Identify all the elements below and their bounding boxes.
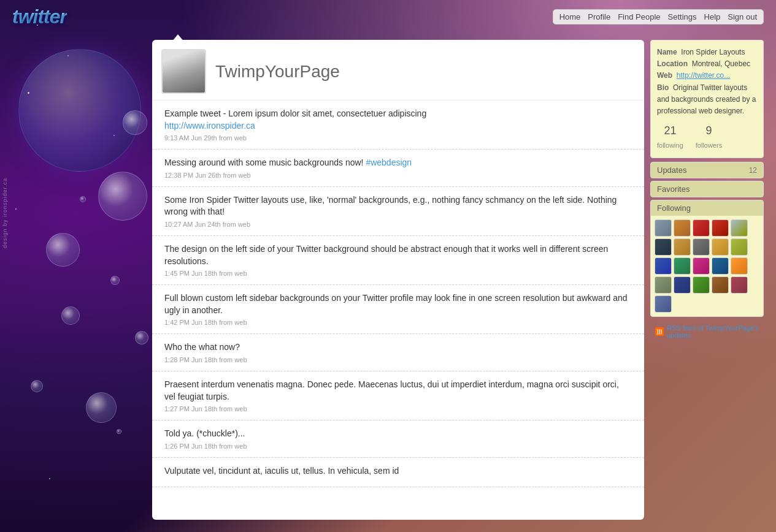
following-avatar[interactable]	[731, 257, 748, 275]
following-avatar[interactable]	[674, 219, 691, 237]
tweet-item: Some Iron Spider Twitter layouts use, li…	[152, 187, 644, 236]
avatar-image	[163, 50, 205, 93]
tweet-hashtag-2: #webdesign	[366, 158, 412, 167]
following-avatar[interactable]	[674, 238, 691, 256]
tweet-item: Who the what now? 1:28 PM Jun 18th from …	[152, 334, 644, 371]
following-avatar[interactable]	[674, 257, 691, 275]
following-label: following	[657, 142, 683, 149]
web-label: Web	[657, 71, 672, 80]
tweet-text: Who the what now?	[164, 341, 632, 354]
tweet-link-1[interactable]: http://www.ironspider.ca	[164, 121, 255, 131]
web-row: Web http://twitter.co...	[657, 70, 757, 82]
following-avatar[interactable]	[731, 276, 748, 294]
tweet-meta-3: 10:27 AM Jun 24th from web	[164, 221, 632, 228]
following-avatar[interactable]	[693, 219, 710, 237]
tweet-item: Full blown custom left sidebar backgroun…	[152, 285, 644, 334]
location-label: Location	[657, 59, 688, 68]
updates-label: Updates	[657, 165, 686, 175]
location-row: Location Montreal, Quebec	[657, 58, 757, 70]
stats-row: 21 following 9 followers	[657, 122, 757, 151]
name-value: Iron Spider Layouts	[681, 48, 745, 56]
following-header: Following	[651, 200, 763, 216]
following-avatar[interactable]	[655, 276, 672, 294]
tweets-column: TwimpYourPage Example tweet - Lorem ipsu…	[152, 40, 644, 520]
tweet-text: The design on the left side of your Twit…	[164, 243, 632, 267]
tweet-item: Messing around with some music backgroun…	[152, 150, 644, 187]
following-avatar[interactable]	[693, 276, 710, 294]
favorites-header: Favorites	[651, 181, 763, 197]
tweet-item: The design on the left side of your Twit…	[152, 236, 644, 285]
bio-value: Original Twitter layouts and backgrounds…	[657, 83, 756, 115]
pointer-triangle	[172, 34, 184, 42]
tweet-meta-5: 1:42 PM Jun 18th from web	[164, 319, 632, 326]
following-avatar[interactable]	[712, 276, 729, 294]
location-value: Montreal, Quebec	[692, 59, 750, 68]
tweet-item: Told ya. (*chuckle*)... 1:26 PM Jun 18th…	[152, 420, 644, 458]
updates-count: 12	[749, 166, 757, 175]
updates-section: Updates 12	[650, 162, 764, 178]
following-avatar[interactable]	[674, 276, 691, 294]
tweet-text: Messing around with some music backgroun…	[164, 157, 632, 169]
following-avatar[interactable]	[693, 257, 710, 275]
tweet-item: Example tweet - Lorem ipsum dolor sit am…	[152, 101, 644, 150]
following-avatar[interactable]	[712, 238, 729, 256]
nav-help[interactable]: Help	[704, 12, 721, 21]
sidebar: Name Iron Spider Layouts Location Montre…	[650, 40, 764, 520]
followers-count: 9	[696, 122, 722, 140]
following-avatar[interactable]	[655, 238, 672, 256]
nav-settings[interactable]: Settings	[668, 12, 697, 21]
favorites-label: Favorites	[657, 184, 690, 194]
followers-stat: 9 followers	[696, 122, 722, 151]
name-row: Name Iron Spider Layouts	[657, 47, 757, 58]
navigation: Home Profile Find People Settings Help S…	[553, 9, 764, 25]
nav-profile[interactable]: Profile	[588, 12, 610, 21]
web-link[interactable]: http://twitter.co...	[677, 71, 730, 80]
tweet-text: Praesent interdum venenatis magna. Donec…	[164, 379, 632, 403]
tweet-meta-6: 1:28 PM Jun 18th from web	[164, 356, 632, 363]
tweet-meta-4: 1:45 PM Jun 18th from web	[164, 270, 632, 277]
tweet-text: Example tweet - Lorem ipsum dolor sit am…	[164, 108, 632, 132]
main-container: TwimpYourPage Example tweet - Lorem ipsu…	[152, 40, 764, 520]
tweet-item: Praesent interdum venenatis magna. Donec…	[152, 371, 644, 420]
nav-find-people[interactable]: Find People	[618, 12, 660, 21]
nav-signout[interactable]: Sign out	[728, 12, 757, 21]
avatar	[161, 49, 206, 94]
profile-header: TwimpYourPage	[152, 40, 644, 101]
following-section-label: Following	[657, 203, 691, 213]
favorites-section: Favorites	[650, 181, 764, 197]
following-avatar[interactable]	[731, 219, 748, 237]
rss-link[interactable]: RSS feed of TwimpYourPage's updates	[667, 324, 759, 339]
tweet-content-2: Messing around with some music backgroun…	[164, 158, 366, 167]
rss-icon: )))	[655, 327, 664, 336]
tweet-meta-7: 1:27 PM Jun 18th from web	[164, 405, 632, 412]
updates-header: Updates 12	[651, 162, 763, 178]
following-avatar[interactable]	[655, 257, 672, 275]
tweet-item: Vulputate vel, tincidunt at, iaculis ut,…	[152, 458, 644, 488]
profile-card: Name Iron Spider Layouts Location Montre…	[650, 40, 764, 158]
following-section: Following	[650, 200, 764, 317]
bio-label: Bio	[657, 83, 669, 92]
nav-home[interactable]: Home	[559, 12, 581, 21]
following-avatar[interactable]	[655, 219, 672, 237]
following-avatar[interactable]	[712, 219, 729, 237]
following-avatar[interactable]	[693, 238, 710, 256]
header: twitter Home Profile Find People Setting…	[0, 0, 776, 34]
rss-row: ))) RSS feed of TwimpYourPage's updates	[650, 319, 764, 344]
tweet-text: Some Iron Spider Twitter layouts use, li…	[164, 194, 632, 218]
tweet-meta-8: 1:26 PM Jun 18th from web	[164, 443, 632, 450]
twitter-logo: twitter	[12, 6, 67, 28]
side-credit: design by ironspider.ca	[2, 178, 8, 248]
followers-label: followers	[696, 142, 722, 149]
tweet-text: Vulputate vel, tincidunt at, iaculis ut,…	[164, 465, 632, 477]
tweet-text: Told ya. (*chuckle*)...	[164, 428, 632, 440]
following-avatar[interactable]	[712, 257, 729, 275]
bio-row: Bio Original Twitter layouts and backgro…	[657, 82, 757, 118]
following-stat: 21 following	[657, 122, 683, 151]
following-count: 21	[657, 122, 683, 140]
following-avatar[interactable]	[731, 238, 748, 256]
tweet-meta-2: 12:38 PM Jun 26th from web	[164, 172, 632, 179]
following-avatar[interactable]	[655, 295, 672, 313]
tweet-text: Full blown custom left sidebar backgroun…	[164, 292, 632, 316]
tweet-content-1: Example tweet - Lorem ipsum dolor sit am…	[164, 108, 426, 118]
tweet-meta-1: 9:13 AM Jun 29th from web	[164, 134, 632, 142]
